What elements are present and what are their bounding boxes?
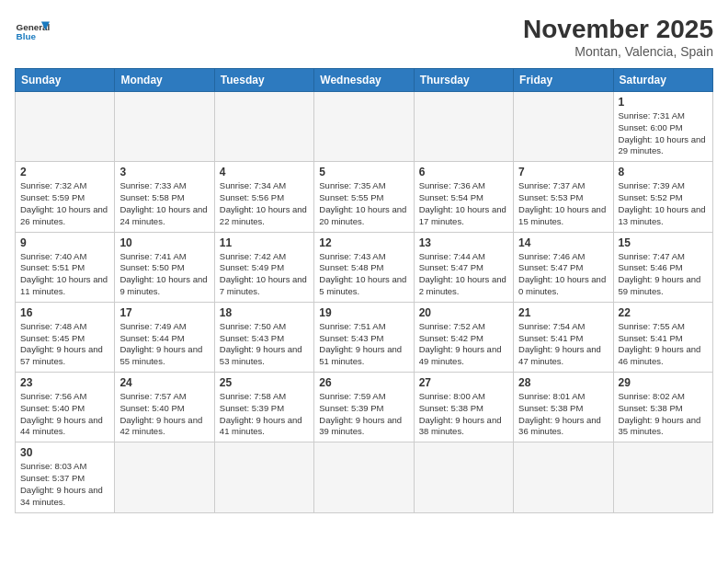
calendar-cell: 27Sunrise: 8:00 AMSunset: 5:38 PMDayligh… xyxy=(414,373,513,442)
weekday-header-tuesday: Tuesday xyxy=(214,69,313,92)
calendar-cell: 21Sunrise: 7:54 AMSunset: 5:41 PMDayligh… xyxy=(514,302,613,372)
day-info: Sunrise: 8:01 AMSunset: 5:38 PMDaylight:… xyxy=(518,391,608,438)
day-info: Sunrise: 7:44 AMSunset: 5:47 PMDaylight:… xyxy=(419,251,508,298)
day-number: 7 xyxy=(518,166,608,178)
day-number: 2 xyxy=(20,166,109,178)
weekday-header-friday: Friday xyxy=(514,69,613,92)
day-info: Sunrise: 7:42 AMSunset: 5:49 PMDaylight:… xyxy=(220,251,309,298)
day-number: 29 xyxy=(619,376,708,389)
day-info: Sunrise: 7:32 AMSunset: 5:59 PMDaylight:… xyxy=(20,180,109,227)
weekday-header-sunday: Sunday xyxy=(16,69,115,92)
calendar-cell xyxy=(514,442,613,512)
day-number: 9 xyxy=(20,236,109,249)
calendar-cell: 17Sunrise: 7:49 AMSunset: 5:44 PMDayligh… xyxy=(115,302,214,372)
day-info: Sunrise: 7:41 AMSunset: 5:50 PMDaylight:… xyxy=(119,251,209,298)
header: General Blue November 2025 Montan, Valen… xyxy=(15,15,713,59)
calendar-cell: 15Sunrise: 7:47 AMSunset: 5:46 PMDayligh… xyxy=(613,232,712,302)
day-info: Sunrise: 7:47 AMSunset: 5:46 PMDaylight:… xyxy=(619,251,708,298)
day-info: Sunrise: 7:55 AMSunset: 5:41 PMDaylight:… xyxy=(619,321,708,368)
day-info: Sunrise: 7:59 AMSunset: 5:39 PMDaylight:… xyxy=(319,391,408,438)
calendar-cell xyxy=(613,442,712,512)
day-number: 24 xyxy=(119,376,209,389)
calendar-cell xyxy=(214,442,313,512)
calendar-row-4: 16Sunrise: 7:48 AMSunset: 5:45 PMDayligh… xyxy=(16,302,713,372)
day-number: 17 xyxy=(119,306,209,319)
day-info: Sunrise: 7:46 AMSunset: 5:47 PMDaylight:… xyxy=(518,251,608,298)
weekday-header-row: SundayMondayTuesdayWednesdayThursdayFrid… xyxy=(16,69,713,92)
day-info: Sunrise: 7:35 AMSunset: 5:55 PMDaylight:… xyxy=(319,180,408,227)
day-number: 4 xyxy=(220,166,309,178)
weekday-header-monday: Monday xyxy=(115,69,214,92)
day-info: Sunrise: 7:49 AMSunset: 5:44 PMDaylight:… xyxy=(119,321,209,368)
calendar-cell: 14Sunrise: 7:46 AMSunset: 5:47 PMDayligh… xyxy=(514,232,613,302)
day-number: 1 xyxy=(619,96,708,109)
day-number: 28 xyxy=(518,376,608,389)
day-info: Sunrise: 7:34 AMSunset: 5:56 PMDaylight:… xyxy=(220,180,309,227)
weekday-header-thursday: Thursday xyxy=(414,69,513,92)
logo: General Blue xyxy=(15,15,50,50)
calendar-cell: 8Sunrise: 7:39 AMSunset: 5:52 PMDaylight… xyxy=(613,162,712,232)
day-info: Sunrise: 7:39 AMSunset: 5:52 PMDaylight:… xyxy=(619,180,708,227)
day-number: 18 xyxy=(220,306,309,319)
day-info: Sunrise: 7:51 AMSunset: 5:43 PMDaylight:… xyxy=(319,321,408,368)
calendar-cell: 7Sunrise: 7:37 AMSunset: 5:53 PMDaylight… xyxy=(514,162,613,232)
weekday-header-wednesday: Wednesday xyxy=(314,69,414,92)
day-number: 13 xyxy=(419,236,508,249)
day-info: Sunrise: 7:40 AMSunset: 5:51 PMDaylight:… xyxy=(20,251,109,298)
weekday-header-saturday: Saturday xyxy=(613,69,712,92)
calendar-cell: 5Sunrise: 7:35 AMSunset: 5:55 PMDaylight… xyxy=(314,162,414,232)
day-info: Sunrise: 7:57 AMSunset: 5:40 PMDaylight:… xyxy=(119,391,209,438)
day-info: Sunrise: 8:03 AMSunset: 5:37 PMDaylight:… xyxy=(20,461,109,508)
calendar-cell: 28Sunrise: 8:01 AMSunset: 5:38 PMDayligh… xyxy=(514,373,613,442)
day-info: Sunrise: 7:52 AMSunset: 5:42 PMDaylight:… xyxy=(419,321,508,368)
day-number: 30 xyxy=(20,446,109,459)
calendar-row-1: 1Sunrise: 7:31 AMSunset: 6:00 PMDaylight… xyxy=(16,92,713,162)
day-info: Sunrise: 7:48 AMSunset: 5:45 PMDaylight:… xyxy=(20,321,109,368)
day-info: Sunrise: 8:00 AMSunset: 5:38 PMDaylight:… xyxy=(419,391,508,438)
calendar-cell xyxy=(115,92,214,162)
day-number: 5 xyxy=(319,166,408,178)
calendar: SundayMondayTuesdayWednesdayThursdayFrid… xyxy=(15,68,713,513)
calendar-cell xyxy=(16,92,115,162)
day-info: Sunrise: 7:31 AMSunset: 6:00 PMDaylight:… xyxy=(619,110,708,157)
calendar-cell: 19Sunrise: 7:51 AMSunset: 5:43 PMDayligh… xyxy=(314,302,414,372)
calendar-row-5: 23Sunrise: 7:56 AMSunset: 5:40 PMDayligh… xyxy=(16,373,713,442)
calendar-cell: 30Sunrise: 8:03 AMSunset: 5:37 PMDayligh… xyxy=(16,442,115,512)
calendar-cell: 16Sunrise: 7:48 AMSunset: 5:45 PMDayligh… xyxy=(16,302,115,372)
month-title: November 2025 xyxy=(523,15,713,44)
day-number: 21 xyxy=(518,306,608,319)
day-number: 23 xyxy=(20,376,109,389)
calendar-cell: 24Sunrise: 7:57 AMSunset: 5:40 PMDayligh… xyxy=(115,373,214,442)
calendar-row-3: 9Sunrise: 7:40 AMSunset: 5:51 PMDaylight… xyxy=(16,232,713,302)
calendar-cell: 6Sunrise: 7:36 AMSunset: 5:54 PMDaylight… xyxy=(414,162,513,232)
calendar-cell: 1Sunrise: 7:31 AMSunset: 6:00 PMDaylight… xyxy=(613,92,712,162)
calendar-row-6: 30Sunrise: 8:03 AMSunset: 5:37 PMDayligh… xyxy=(16,442,713,512)
calendar-cell xyxy=(314,442,414,512)
calendar-cell: 13Sunrise: 7:44 AMSunset: 5:47 PMDayligh… xyxy=(414,232,513,302)
title-area: November 2025 Montan, Valencia, Spain xyxy=(523,15,713,59)
calendar-cell: 2Sunrise: 7:32 AMSunset: 5:59 PMDaylight… xyxy=(16,162,115,232)
day-number: 11 xyxy=(220,236,309,249)
calendar-cell: 29Sunrise: 8:02 AMSunset: 5:38 PMDayligh… xyxy=(613,373,712,442)
calendar-cell: 3Sunrise: 7:33 AMSunset: 5:58 PMDaylight… xyxy=(115,162,214,232)
calendar-cell: 10Sunrise: 7:41 AMSunset: 5:50 PMDayligh… xyxy=(115,232,214,302)
calendar-cell xyxy=(414,92,513,162)
location-title: Montan, Valencia, Spain xyxy=(523,44,713,59)
day-info: Sunrise: 8:02 AMSunset: 5:38 PMDaylight:… xyxy=(619,391,708,438)
day-number: 27 xyxy=(419,376,508,389)
day-info: Sunrise: 7:50 AMSunset: 5:43 PMDaylight:… xyxy=(220,321,309,368)
calendar-cell: 18Sunrise: 7:50 AMSunset: 5:43 PMDayligh… xyxy=(214,302,313,372)
calendar-row-2: 2Sunrise: 7:32 AMSunset: 5:59 PMDaylight… xyxy=(16,162,713,232)
svg-text:Blue: Blue xyxy=(17,31,37,41)
calendar-cell: 22Sunrise: 7:55 AMSunset: 5:41 PMDayligh… xyxy=(613,302,712,372)
calendar-cell: 4Sunrise: 7:34 AMSunset: 5:56 PMDaylight… xyxy=(214,162,313,232)
day-number: 6 xyxy=(419,166,508,178)
day-number: 8 xyxy=(619,166,708,178)
day-info: Sunrise: 7:36 AMSunset: 5:54 PMDaylight:… xyxy=(419,180,508,227)
logo-icon: General Blue xyxy=(15,15,50,50)
day-number: 15 xyxy=(619,236,708,249)
day-number: 19 xyxy=(319,306,408,319)
day-info: Sunrise: 7:56 AMSunset: 5:40 PMDaylight:… xyxy=(20,391,109,438)
day-info: Sunrise: 7:58 AMSunset: 5:39 PMDaylight:… xyxy=(220,391,309,438)
day-info: Sunrise: 7:33 AMSunset: 5:58 PMDaylight:… xyxy=(119,180,209,227)
